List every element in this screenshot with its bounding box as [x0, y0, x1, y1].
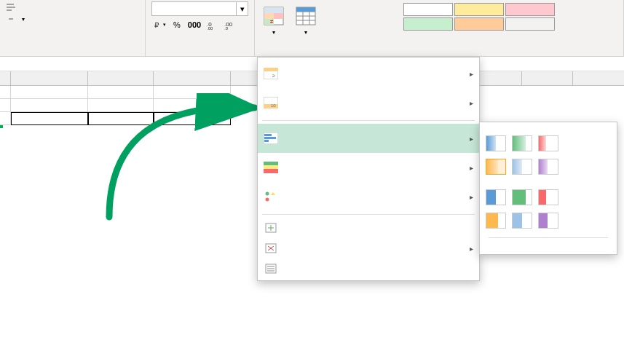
style-good[interactable] [403, 17, 453, 31]
highlight-rules-icon: ≥ [264, 68, 278, 79]
chevron-down-icon: ▾ [22, 16, 25, 23]
menu-manage-rules[interactable] [258, 258, 479, 279]
menu-highlight-cells[interactable]: ≥ ▸ [258, 59, 479, 88]
svg-text:₽: ₽ [154, 21, 159, 29]
menu-icon-sets[interactable]: ▸ [258, 182, 479, 211]
svg-point-28 [266, 198, 269, 202]
style-neutral[interactable] [454, 3, 504, 16]
svg-rect-7 [264, 7, 283, 13]
svg-rect-26 [264, 169, 278, 173]
style-output[interactable] [505, 17, 555, 31]
chevron-right-icon: ▸ [470, 193, 473, 201]
menu-data-bars[interactable]: ▸ [258, 124, 479, 153]
databar-lightblue-solid[interactable] [512, 213, 532, 229]
styles-group: ≠ ▾ ▾ [255, 0, 400, 56]
databar-green-solid[interactable] [512, 189, 532, 205]
menu-top-bottom[interactable]: 10 ▸ [258, 88, 479, 117]
svg-text:≠: ≠ [270, 18, 274, 25]
gradient-row-1 [484, 134, 612, 157]
percent-button[interactable]: % [169, 17, 185, 32]
svg-rect-22 [264, 137, 276, 139]
conditional-formatting-menu: ≥ ▸ 10 ▸ ▸ ▸ ▸ [257, 57, 480, 281]
col-header-a[interactable] [0, 71, 11, 85]
svg-text:.0: .0 [224, 26, 229, 30]
style-normal[interactable] [403, 3, 453, 16]
databar-lightblue-gradient[interactable] [512, 159, 532, 175]
svg-rect-15 [264, 68, 278, 71]
solid-row-1 [484, 188, 612, 211]
chevron-down-icon: ▾ [272, 29, 275, 36]
chevron-right-icon: ▸ [470, 245, 473, 253]
svg-rect-23 [264, 140, 269, 142]
chevron-right-icon: ▸ [470, 135, 473, 143]
header-qty [154, 112, 231, 125]
currency-button[interactable]: ₽ ▾ [151, 17, 167, 32]
data-bars-submenu [479, 122, 617, 255]
merge-center-button[interactable]: ▾ [6, 13, 139, 25]
merge-icon [6, 14, 16, 24]
svg-point-27 [266, 192, 269, 196]
selection-outline [0, 125, 3, 128]
solid-fill-header [484, 181, 612, 188]
svg-text:.00: .00 [207, 26, 213, 30]
decrease-decimal-button[interactable]: .00.0 [221, 17, 237, 32]
menu-new-rule[interactable] [258, 218, 479, 238]
conditional-formatting-button[interactable]: ≠ ▾ [258, 3, 290, 56]
cell-styles-group [400, 0, 624, 56]
top-bottom-icon: 10 [264, 97, 278, 108]
header-price [88, 112, 154, 125]
wrap-text-button[interactable] [6, 1, 139, 13]
number-label [151, 54, 248, 56]
wrap-text-icon [6, 2, 16, 12]
chevron-right-icon: ▸ [470, 164, 473, 172]
databar-green-gradient[interactable] [512, 135, 532, 151]
table-icon [294, 4, 317, 28]
comma-style-button[interactable]: 000 [186, 17, 202, 32]
databar-red-solid[interactable] [538, 189, 558, 205]
svg-rect-13 [296, 7, 315, 12]
chevron-right-icon: ▸ [470, 99, 473, 107]
icon-sets-icon [264, 191, 278, 202]
svg-rect-9 [274, 13, 283, 19]
gradient-fill-header [484, 127, 612, 134]
manage-rules-icon [264, 263, 278, 274]
col-header-d[interactable] [154, 71, 231, 85]
style-bad[interactable] [505, 3, 555, 16]
svg-text:10: 10 [271, 103, 276, 108]
solid-row-2 [484, 211, 612, 234]
databar-purple-gradient[interactable] [538, 159, 558, 175]
svg-rect-25 [264, 165, 278, 169]
databar-purple-solid[interactable] [538, 213, 558, 229]
gradient-row-2 [484, 157, 612, 181]
header-product [11, 112, 88, 125]
databar-orange-solid[interactable] [486, 213, 506, 229]
menu-clear-rules[interactable]: ▸ [258, 238, 479, 258]
menu-color-scales[interactable]: ▸ [258, 153, 479, 182]
databar-orange-gradient[interactable] [486, 159, 506, 175]
chevron-down-icon: ▾ [304, 29, 307, 36]
databar-red-gradient[interactable] [538, 135, 558, 151]
databar-blue-gradient[interactable] [486, 135, 506, 151]
format-as-table-button[interactable]: ▾ [290, 3, 322, 56]
more-rules-link[interactable] [484, 241, 612, 250]
clear-rules-icon [264, 242, 278, 254]
new-rule-icon [264, 222, 278, 234]
increase-decimal-button[interactable]: .0.00 [204, 17, 220, 32]
number-group: ▾ ₽ ▾ % 000 .0.00 .00.0 [146, 0, 255, 56]
alignment-label [6, 54, 139, 56]
chevron-right-icon: ▸ [470, 70, 473, 78]
svg-rect-21 [264, 134, 272, 136]
color-scales-icon [264, 162, 278, 173]
number-format-value [151, 1, 237, 16]
data-bars-icon [264, 132, 278, 144]
col-header-b[interactable] [11, 71, 88, 85]
col-header-l[interactable] [522, 71, 573, 85]
svg-rect-24 [264, 162, 278, 165]
databar-blue-solid[interactable] [486, 189, 506, 205]
style-input[interactable] [454, 17, 504, 31]
conditional-formatting-icon: ≠ [262, 4, 285, 28]
alignment-group: ▾ [0, 0, 146, 56]
svg-text:≥: ≥ [272, 73, 275, 78]
col-header-c[interactable] [88, 71, 154, 85]
number-format-dropdown[interactable]: ▾ [151, 1, 248, 16]
